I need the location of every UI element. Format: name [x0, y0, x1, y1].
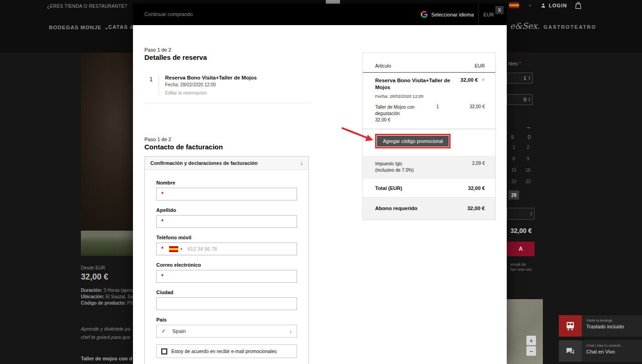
calendar-day[interactable]: 29 — [509, 190, 519, 200]
reservation-item: 1 Reserva Bono Visita+Taller de Mojos Fe… — [149, 75, 257, 95]
chevron-down-icon[interactable]: ⌄ — [528, 1, 532, 7]
edit-reservation-link[interactable]: Editar la reservacion — [165, 90, 257, 95]
topbar-divider — [478, 4, 479, 25]
chat-widget[interactable]: Chat | Haz tu consult... Chat en Vivo — [559, 340, 642, 362]
line-item-unit-price: 32,00 € — [375, 117, 426, 123]
collapse-arrow-icon[interactable]: ↓ — [300, 160, 303, 166]
total-row: Total (EUR) 32,00 € — [363, 179, 495, 197]
stepper-arrows-icon[interactable]: ▴▾ — [529, 97, 530, 102]
correo-field[interactable]: * — [156, 270, 297, 283]
promo-consent-label: Estoy de acuerdo en recibir e-mail promo… — [171, 348, 277, 354]
cart-bag-icon[interactable] — [575, 1, 582, 11]
amount-due-row: Abono requerido 32,00 € — [363, 197, 495, 220]
remove-item-icon[interactable]: × — [482, 77, 485, 83]
item-info: Reserva Bono Visita+Taller de Mojos Fech… — [165, 75, 257, 95]
required-marker: * — [161, 246, 164, 252]
mini-calendar-grid: 12891516222329 — [507, 145, 535, 200]
calendar-day[interactable]: 8 — [513, 156, 515, 162]
attendees-label: ntes* — [508, 61, 521, 66]
product-description: Aprende y diviértete pa chef te guiará p… — [81, 325, 130, 341]
modal-close-button[interactable]: X — [495, 6, 504, 14]
line-item-name: Taller de Mojos con degustación — [375, 104, 426, 117]
summary-item-row: Reserva Bono Visita+Taller de Mojos 32,0… — [363, 77, 495, 91]
pais-select[interactable]: ✓ Spain ↓ — [156, 325, 297, 338]
bus-icon — [559, 315, 582, 337]
booking-note: email de her una vez — [510, 262, 532, 272]
stepper-arrows-icon: ▴▾ — [531, 211, 532, 216]
ciudad-field[interactable] — [156, 297, 297, 310]
promo-consent-checkbox[interactable] — [161, 348, 167, 354]
panel-header[interactable]: Confirmación y declaraciones de facturac… — [145, 157, 308, 170]
google-icon — [421, 11, 428, 18]
summary-item-title: Reserva Bono Visita+Taller de Mojos — [375, 77, 453, 91]
calendar-day[interactable]: 15 — [511, 168, 516, 173]
calendar-day[interactable]: 2 — [527, 145, 530, 150]
stepper-value: 1 — [524, 75, 526, 81]
gastroteatro-label: GASTROTEATRO — [544, 24, 596, 30]
language-flag-icon[interactable] — [509, 2, 519, 8]
telefono-field[interactable]: * ▾ 612 34 56 78 — [156, 243, 297, 255]
product-section-title: Taller de mojos con d — [81, 356, 132, 361]
product-price: 32,00 € — [81, 272, 108, 282]
billing-form-panel: Confirmación y declaraciones de facturac… — [144, 156, 309, 364]
stepper-arrows-icon[interactable]: ▴▾ — [529, 76, 530, 80]
visit-widget-text: Visita la bodega Traslado incluido — [582, 315, 624, 337]
nav-brand-label: BODEGAS MONJE — [49, 25, 101, 30]
login-button[interactable]: LOGIN — [541, 3, 567, 8]
product-image — [81, 53, 133, 230]
calendar-next-icon[interactable]: → — [525, 122, 531, 130]
visit-widget[interactable]: Visita la bodega Traslado incluido — [559, 315, 642, 337]
summary-header-item: Articulo — [375, 63, 391, 69]
spain-flag-icon[interactable] — [169, 246, 178, 252]
section-divider — [144, 103, 311, 103]
language-selector[interactable]: Seleccionar idioma — [421, 11, 474, 18]
calendar-day[interactable]: 9 — [527, 156, 530, 162]
summary-item-price: 32,00 € — [461, 77, 478, 83]
checkout-modal: Continuar comprando Seleccionar idioma E… — [133, 4, 507, 364]
panel-title: Confirmación y declaraciones de facturac… — [150, 160, 258, 166]
chat-bubbles-icon — [559, 340, 582, 362]
correo-label: Correo electrónico — [156, 262, 297, 268]
tax-section: Impuesto Igic (inclusivo de 7.0%) 2,09 € — [363, 156, 495, 179]
nav-item-bodegas-monje[interactable]: BODEGAS MONJE ⌄ — [49, 24, 109, 31]
login-label: LOGIN — [549, 3, 567, 8]
add-promo-code-button[interactable]: Agregar código promocional — [377, 136, 449, 147]
topbar-link-tienda[interactable]: ¿ERES TIENDA O RESTAURANTE? — [47, 4, 127, 9]
page: ¿ERES TIENDA O RESTAURANTE? ⌄ LOGIN BODE… — [0, 0, 642, 364]
tax-note: (inclusivo de 7.0%) — [375, 167, 414, 174]
booking-dropdown[interactable]: ▴▾ — [507, 208, 535, 220]
calendar-day[interactable]: 16 — [525, 168, 531, 173]
nav-winesex-group[interactable]: e&Sex. GASTROTEATRO — [510, 21, 596, 31]
annotation-highlight-box: Agregar código promocional — [375, 134, 451, 148]
telefono-placeholder: 612 34 56 78 — [188, 246, 217, 252]
dropdown-arrow-icon[interactable]: ▾ — [180, 247, 182, 251]
summary-header: Articulo EUR — [363, 53, 495, 73]
adults-stepper[interactable]: 1 ▴▾ — [507, 73, 533, 84]
continue-shopping-link[interactable]: Continuar comprando — [144, 11, 193, 17]
required-marker: * — [161, 273, 164, 280]
calendar-day[interactable]: 22 — [511, 179, 516, 185]
site-logo-fragment — [326, 0, 340, 4]
apellido-field[interactable]: * — [156, 215, 297, 228]
children-stepper[interactable]: 0 ▴▾ — [507, 94, 533, 105]
calendar-day[interactable]: 1 — [513, 145, 515, 150]
nombre-field[interactable]: * — [156, 188, 297, 200]
map-zoom-in-button[interactable]: + — [526, 336, 536, 345]
apellido-label: Apellido — [156, 207, 297, 213]
tax-labels: Impuesto Igic (inclusivo de 7.0%) — [375, 161, 414, 174]
map-zoom-out-button[interactable]: − — [526, 346, 536, 356]
product-details: Duración:3 Horas (aproz Ubicación:El Sau… — [81, 287, 134, 306]
promo-consent-row[interactable]: Estoy de acuerdo en recibir e-mail promo… — [156, 344, 297, 358]
tax-value: 2,09 € — [472, 161, 485, 174]
item-date: Fecha: 28/02/2020 12:00 — [165, 82, 257, 87]
product-thumbnail[interactable] — [81, 231, 133, 256]
check-icon: ✓ — [161, 328, 166, 334]
order-summary-card: Articulo EUR Reserva Bono Visita+Taller … — [362, 53, 496, 220]
pais-value: Spain — [172, 328, 289, 334]
calendar-day[interactable]: 23 — [525, 179, 531, 185]
map-fragment — [507, 299, 543, 364]
chat-widget-title: Chat | Haz tu consult... — [586, 343, 623, 348]
reserve-button[interactable]: A — [507, 242, 535, 256]
currency-label[interactable]: EUR — [483, 12, 494, 17]
select-arrow-icon: ↓ — [289, 328, 292, 334]
